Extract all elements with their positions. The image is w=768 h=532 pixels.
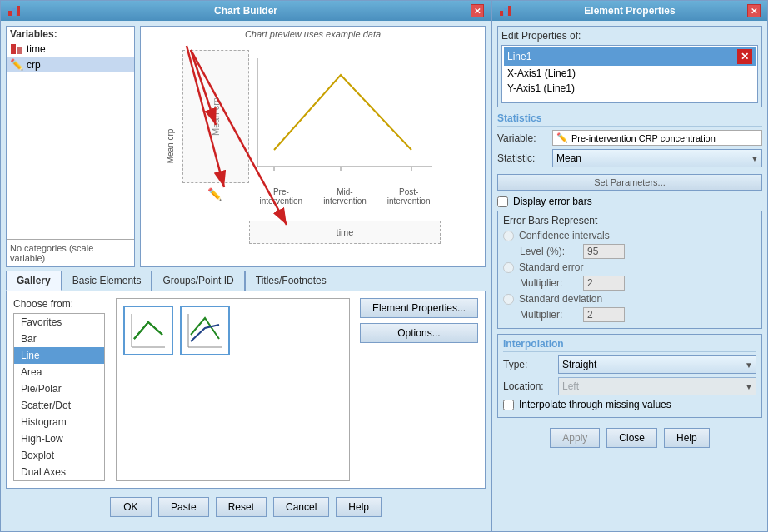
ep-list-item-xaxis1[interactable]: X-Axis1 (Line1) bbox=[504, 66, 756, 81]
x-label-mid: Mid-intervention bbox=[320, 187, 370, 206]
ok-button[interactable]: OK bbox=[110, 497, 152, 517]
help-button[interactable]: Help bbox=[336, 497, 382, 517]
svg-rect-1 bbox=[12, 8, 16, 16]
y-axis-label: Mean crp bbox=[167, 128, 176, 163]
chart-type-dual-axes[interactable]: Dual Axes bbox=[14, 464, 104, 480]
ep-bottom-buttons: Apply Close Help bbox=[497, 423, 762, 453]
ci-level-row: Level (%): bbox=[520, 244, 756, 259]
set-parameters-button[interactable]: Set Parameters... bbox=[497, 174, 762, 191]
statistic-select-wrapper: Mean Median Sum Count Minimum Maximum ▼ bbox=[552, 149, 762, 167]
interpolation-type-row: Type: Straight Step Jump Cubic spline ▼ bbox=[503, 355, 756, 374]
variable-value-text: Pre-intervention CRP concentration bbox=[571, 133, 716, 143]
apply-button[interactable]: Apply bbox=[550, 428, 600, 448]
pencil-indicator: ✏️ bbox=[207, 187, 222, 201]
se-multiplier-row: Multiplier: bbox=[520, 276, 756, 291]
se-radio-row: Standard error bbox=[503, 261, 756, 273]
variable-item-crp[interactable]: ✏️ crp bbox=[7, 57, 134, 72]
preview-note: Chart preview uses example data bbox=[141, 27, 485, 42]
level-input[interactable] bbox=[583, 244, 625, 259]
variable-item-time[interactable]: time bbox=[7, 42, 134, 57]
ep-list-item-yaxis1[interactable]: Y-Axis1 (Line1) bbox=[504, 81, 756, 96]
type-label: Type: bbox=[503, 359, 553, 370]
ep-delete-button[interactable]: ✕ bbox=[737, 49, 752, 64]
tab-titles-footnotes[interactable]: Titles/Footnotes bbox=[245, 271, 337, 291]
chart-type-scatter-dot[interactable]: Scatter/Dot bbox=[14, 397, 104, 414]
no-categories-label: No categories (scale variable) bbox=[7, 239, 134, 266]
se-radio[interactable] bbox=[503, 262, 514, 273]
close-button[interactable]: Close bbox=[606, 428, 657, 448]
chart-type-favorites[interactable]: Favorites bbox=[14, 314, 104, 331]
options-button[interactable]: Options... bbox=[360, 323, 478, 343]
ep-help-button[interactable]: Help bbox=[664, 428, 710, 448]
chart-types-list: Favorites Bar Line Area Pie/Polar Scatte… bbox=[13, 313, 105, 481]
statistic-select[interactable]: Mean Median Sum Count Minimum Maximum bbox=[552, 149, 762, 167]
chart-preview-area: Chart preview uses example data Mean crp… bbox=[140, 26, 486, 267]
chart-type-bar[interactable]: Bar bbox=[14, 331, 104, 347]
tabs-row: Gallery Basic Elements Groups/Point ID T… bbox=[6, 271, 486, 291]
chart-type-histogram[interactable]: Histogram bbox=[14, 414, 104, 430]
chart-builder-app-icon bbox=[7, 4, 21, 17]
tab-gallery-content: Choose from: Favorites Bar Line Area Pie… bbox=[6, 291, 486, 489]
chart-icons-area bbox=[116, 298, 350, 481]
variables-label: Variables: bbox=[7, 27, 134, 42]
ep-close-button[interactable]: ✕ bbox=[747, 4, 761, 17]
element-properties-title: Element Properties bbox=[512, 5, 747, 17]
display-error-bars-checkbox[interactable] bbox=[497, 196, 508, 207]
chart-type-high-low[interactable]: High-Low bbox=[14, 430, 104, 447]
y-axis-drop-zone[interactable]: Mean crp bbox=[182, 50, 249, 183]
error-bars-represent-section: Error Bars Represent Confidence interval… bbox=[497, 211, 762, 329]
variable-label: Variable: bbox=[497, 132, 547, 144]
chart-type-line[interactable]: Line bbox=[14, 347, 104, 364]
x-drop-label: time bbox=[337, 227, 354, 237]
crp-var-icon: ✏️ bbox=[10, 58, 23, 71]
element-properties-button[interactable]: Element Properties... bbox=[360, 298, 478, 318]
tab-gallery[interactable]: Gallery bbox=[6, 271, 62, 291]
ep-list-item-xaxis1-label: X-Axis1 (Line1) bbox=[507, 67, 576, 79]
cancel-button[interactable]: Cancel bbox=[273, 497, 329, 517]
chart-icon-simple-line[interactable] bbox=[123, 306, 173, 355]
ep-list-item-line1[interactable]: Line1 ✕ bbox=[504, 47, 756, 66]
sd-multiplier-input[interactable] bbox=[583, 307, 625, 322]
display-error-bars-row: Display error bars bbox=[497, 196, 762, 207]
tab-basic-elements[interactable]: Basic Elements bbox=[62, 271, 152, 291]
sd-radio[interactable] bbox=[503, 294, 514, 305]
x-axis-drop-zone[interactable]: time bbox=[249, 221, 441, 244]
y-drop-label: Mean crp bbox=[211, 97, 221, 136]
chart-icon-multi-line[interactable] bbox=[180, 306, 230, 355]
error-bars-represent-label: Error Bars Represent bbox=[503, 215, 756, 226]
variable-value: ✏️ Pre-intervention CRP concentration bbox=[552, 130, 762, 146]
crp-var-label: crp bbox=[27, 59, 41, 71]
svg-rect-4 bbox=[17, 47, 22, 54]
chart-builder-title-bar: Chart Builder ✕ bbox=[1, 1, 491, 21]
se-multiplier-input[interactable] bbox=[583, 276, 625, 291]
interpolation-section: Interpolation Type: Straight Step Jump C… bbox=[497, 334, 762, 418]
ci-radio[interactable] bbox=[503, 231, 514, 241]
interpolation-type-select[interactable]: Straight Step Jump Cubic spline bbox=[558, 355, 756, 374]
chart-type-pie-polar[interactable]: Pie/Polar bbox=[14, 380, 104, 397]
set-params-container: Set Parameters... bbox=[497, 171, 762, 191]
element-properties-window: Element Properties ✕ Edit Properties of:… bbox=[491, 0, 768, 532]
interpolation-location-select[interactable]: Left Right Center bbox=[558, 377, 756, 395]
chart-type-boxplot[interactable]: Boxplot bbox=[14, 447, 104, 464]
chart-type-area[interactable]: Area bbox=[14, 364, 104, 380]
sd-multiplier-row: Multiplier: bbox=[520, 307, 756, 322]
svg-rect-0 bbox=[8, 11, 12, 16]
x-label-post: Post-intervention bbox=[384, 187, 434, 206]
svg-rect-2 bbox=[17, 6, 20, 16]
level-label: Level (%): bbox=[520, 246, 578, 257]
error-bars-section: Display error bars Error Bars Represent … bbox=[497, 196, 762, 329]
tab-groups-point-id[interactable]: Groups/Point ID bbox=[152, 271, 244, 291]
ep-list-item-yaxis1-label: Y-Axis1 (Line1) bbox=[507, 82, 575, 94]
chart-builder-close-button[interactable]: ✕ bbox=[471, 4, 484, 17]
reset-button[interactable]: Reset bbox=[216, 497, 267, 517]
svg-rect-19 bbox=[504, 8, 507, 16]
interpolation-location-row: Location: Left Right Center ▼ bbox=[503, 377, 756, 395]
paste-button[interactable]: Paste bbox=[158, 497, 209, 517]
right-panel-buttons: Element Properties... Options... bbox=[360, 298, 478, 481]
statistics-title: Statistics bbox=[497, 112, 762, 127]
statistic-label: Statistic: bbox=[497, 152, 547, 164]
pencil-icon: ✏️ bbox=[556, 132, 568, 143]
x-axis-labels: Pre-intervention Mid-intervention Post-i… bbox=[249, 187, 441, 206]
svg-rect-18 bbox=[500, 11, 503, 16]
interpolate-missing-checkbox[interactable] bbox=[503, 400, 514, 410]
